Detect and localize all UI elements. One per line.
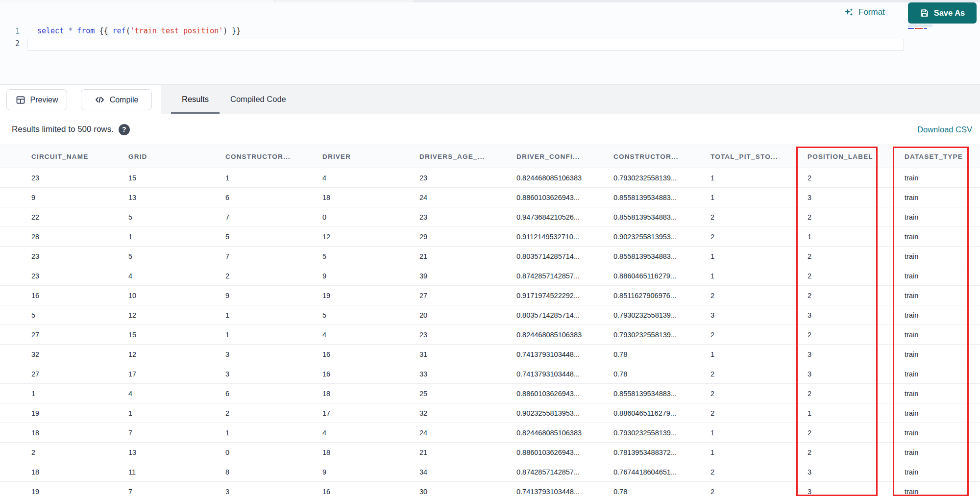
table-cell: 25 <box>419 390 516 398</box>
code-token-plain: {{ <box>95 26 112 35</box>
preview-button[interactable]: Preview <box>6 89 67 110</box>
table-cell: train <box>905 409 980 417</box>
active-line-highlight[interactable] <box>27 39 904 50</box>
table-cell: 9 <box>31 194 128 201</box>
table-row[interactable]: 213018210.8860103626943...0.781395348837… <box>0 443 980 462</box>
column-header[interactable]: POSITION_LABEL <box>808 153 905 160</box>
table-cell: 0.9112149532710... <box>516 233 613 241</box>
line-number: 1 <box>11 27 20 36</box>
table-cell: 4 <box>322 331 419 339</box>
table-row[interactable]: 14618250.8860103626943...0.8558139534883… <box>0 384 980 403</box>
format-label: Format <box>858 7 885 17</box>
compile-button[interactable]: Compile <box>81 89 152 110</box>
table-cell: train <box>905 174 980 182</box>
table-row[interactable]: 191217320.9023255813953...0.886046511627… <box>0 403 980 423</box>
table-cell: 2 <box>808 174 905 182</box>
table-cell: 4 <box>322 429 419 437</box>
results-table: CIRCUIT_NAMEGRIDCONSTRUCTOR...DRIVERDRIV… <box>0 145 980 500</box>
table-cell: 27 <box>31 331 128 339</box>
column-header[interactable]: DRIVER <box>322 153 419 160</box>
table-cell: 2 <box>808 272 905 280</box>
sql-editor-pane: Format Save As 1 2 select * from {{ ref(… <box>0 0 980 84</box>
table-cell: 18 <box>322 194 419 201</box>
table-cell: 3 <box>710 311 808 319</box>
table-cell: 0.8860103626943... <box>516 194 613 201</box>
table-cell: 7 <box>128 488 225 496</box>
table-row[interactable]: 23429390.8742857142857...0.8860465116279… <box>0 266 980 286</box>
column-header[interactable]: DRIVERS_AGE_... <box>419 153 516 160</box>
help-icon[interactable]: ? <box>119 124 130 135</box>
table-cell: 4 <box>128 390 225 398</box>
table-cell: 1 <box>710 350 808 358</box>
editor-minimap[interactable] <box>908 25 932 31</box>
table-cell: 0.7930232558139... <box>613 429 710 437</box>
table-cell: 3 <box>225 370 322 378</box>
column-header[interactable]: CIRCUIT_NAME <box>31 153 128 160</box>
table-row[interactable]: 181189340.8742857142857...0.767441860465… <box>0 462 980 482</box>
table-cell: 7 <box>128 429 225 437</box>
save-as-button[interactable]: Save As <box>908 2 977 24</box>
table-cell: 0.824468085106383 <box>516 174 613 182</box>
table-cell: 1 <box>31 390 128 398</box>
table-cell: 39 <box>419 272 516 280</box>
download-csv-link[interactable]: Download CSV <box>917 114 972 145</box>
column-header[interactable]: CONSTRUCTOR... <box>225 153 322 160</box>
table-cell: 28 <box>31 233 128 241</box>
table-row[interactable]: 1610919270.9171974522292...0.85116279069… <box>0 286 980 305</box>
table-cell: train <box>905 233 980 241</box>
column-header[interactable]: GRID <box>128 153 225 160</box>
table-cell: 2 <box>808 390 905 398</box>
table-cell: 1 <box>710 194 808 201</box>
tab-compiled-code[interactable]: Compiled Code <box>220 85 297 114</box>
table-row[interactable]: 51215200.8035714285714...0.7930232558139… <box>0 305 980 325</box>
code-token-operator: * <box>68 26 73 35</box>
table-row[interactable]: 913618240.8860103626943...0.855813953488… <box>0 188 980 207</box>
column-header[interactable]: CONSTRUCTOR... <box>613 153 710 160</box>
table-cell: 0.78 <box>613 488 710 496</box>
table-row[interactable]: 271514230.8244680851063830.7930232558139… <box>0 325 980 345</box>
table-cell: 2 <box>710 409 808 417</box>
table-row[interactable]: 2717316330.7413793103448...0.7823train <box>0 364 980 384</box>
table-row[interactable]: 18714240.8244680851063830.7930232558139.… <box>0 423 980 443</box>
table-cell: 23 <box>419 174 516 182</box>
table-cell: 32 <box>419 409 516 417</box>
table-cell: 9 <box>322 272 419 280</box>
table-cell: 0.8860103626943... <box>516 390 613 398</box>
table-cell: 21 <box>419 449 516 456</box>
table-cell: 12 <box>128 311 225 319</box>
table-row[interactable]: 22570230.9473684210526...0.8558139534883… <box>0 207 980 227</box>
format-button[interactable]: Format <box>844 5 885 20</box>
table-cell: train <box>905 350 980 358</box>
column-header[interactable]: DATASET_TYPE <box>905 153 980 160</box>
table-row[interactable]: 23575210.8035714285714...0.8558139534883… <box>0 247 980 266</box>
table-cell: 32 <box>31 350 128 358</box>
table-cell: 3 <box>808 488 905 496</box>
table-row[interactable]: 281512290.9112149532710...0.902325581395… <box>0 227 980 247</box>
table-cell: train <box>905 311 980 319</box>
table-cell: 18 <box>322 390 419 398</box>
table-row[interactable]: 231514230.8244680851063830.7930232558139… <box>0 168 980 188</box>
table-row[interactable]: 197316300.7413793103448...0.7823train <box>0 482 980 500</box>
table-cell: 2 <box>710 488 808 496</box>
table-cell: 0.8035714285714... <box>516 252 613 260</box>
results-tabs: Results Compiled Code <box>171 85 297 114</box>
results-toolbar: Preview Compile Results Compiled Code <box>0 84 980 114</box>
save-as-label: Save As <box>934 8 965 18</box>
table-row[interactable]: 3212316310.7413793103448...0.7813train <box>0 345 980 364</box>
table-cell: 5 <box>322 311 419 319</box>
table-cell: 0.7413793103448... <box>516 488 613 496</box>
table-cell: 21 <box>419 252 516 260</box>
code-line[interactable]: select * from {{ ref('train_test_positio… <box>37 26 241 35</box>
table-cell: 24 <box>419 429 516 437</box>
table-cell: 5 <box>322 252 419 260</box>
table-cell: 6 <box>225 194 322 201</box>
table-cell: 0.8558139534883... <box>613 252 710 260</box>
table-cell: 3 <box>808 311 905 319</box>
table-cell: 2 <box>808 213 905 221</box>
tab-results[interactable]: Results <box>171 85 220 114</box>
table-cell: 0.8558139534883... <box>613 390 710 398</box>
column-header[interactable]: DRIVER_CONFI... <box>516 153 613 160</box>
column-header[interactable]: TOTAL_PIT_STO... <box>710 153 808 160</box>
table-cell: 0.7674418604651... <box>613 468 710 476</box>
ide-window: Format Save As 1 2 select * from {{ ref(… <box>0 0 980 500</box>
